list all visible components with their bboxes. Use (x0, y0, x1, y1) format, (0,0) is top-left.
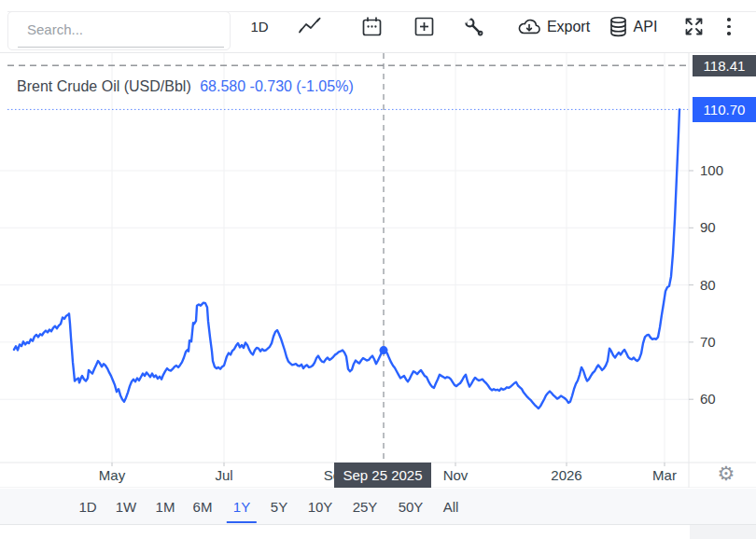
range-button-50y[interactable]: 50Y (389, 489, 433, 524)
range-button-label: 1D (72, 491, 103, 523)
x-axis-label: Nov (443, 467, 469, 483)
api-button[interactable]: API (607, 0, 659, 53)
more-menu-button[interactable] (717, 0, 741, 53)
tools-wrench-icon (463, 16, 485, 38)
range-button-label: 10Y (301, 491, 340, 523)
y-axis-label: 100 (700, 162, 723, 178)
export-label: Export (547, 19, 590, 35)
search-box (7, 11, 231, 50)
search-input[interactable] (18, 12, 224, 48)
date-range-button[interactable] (353, 0, 390, 53)
y-axis-label: 90 (700, 219, 716, 235)
api-label: API (634, 19, 658, 35)
range-button-10y[interactable]: 10Y (299, 489, 343, 524)
fullscreen-icon (683, 16, 705, 37)
price-chart-plot[interactable] (0, 53, 756, 488)
x-axis-label: Mar (652, 467, 677, 483)
range-button-1m[interactable]: 1M (147, 489, 185, 524)
chart-title: Brent Crude Oil (USD/Bbl) 68.580 -0.730 … (17, 78, 354, 95)
range-button-label: All (437, 491, 466, 523)
calendar-icon (361, 16, 383, 38)
range-button-label: 6M (187, 491, 219, 523)
settings-gear-icon[interactable]: ⚙ (713, 461, 739, 487)
api-database-icon (609, 16, 628, 38)
range-button-1d[interactable]: 1D (69, 489, 105, 524)
y-axis-label: 70 (700, 334, 716, 350)
fullscreen-button[interactable] (676, 0, 711, 53)
latest-price-badge: 110.70 (693, 97, 756, 122)
instrument-quote: 68.580 -0.730 (-1.05%) (200, 78, 354, 94)
chart-type-button[interactable] (291, 0, 329, 53)
interval-label: 1D (250, 19, 268, 35)
trading-chart-widget: 1D (0, 0, 756, 539)
range-button-label: 1M (149, 491, 182, 523)
range-button-all[interactable]: All (434, 489, 469, 524)
compare-add-button[interactable] (405, 0, 442, 53)
instrument-name: Brent Crude Oil (USD/Bbl) (17, 78, 191, 94)
range-button-5y[interactable]: 5Y (261, 489, 297, 524)
range-button-label: 25Y (346, 491, 385, 523)
interval-button[interactable]: 1D (241, 0, 278, 53)
range-button-6m[interactable]: 6M (184, 489, 222, 524)
range-button-label: 1Y (227, 491, 257, 523)
y-axis-label: 60 (700, 391, 716, 407)
range-button-label: 1W (109, 491, 144, 523)
export-cloud-icon (517, 17, 541, 37)
all-time-high-badge: 118.41 (693, 55, 756, 76)
range-button-1y[interactable]: 1Y (224, 489, 259, 524)
x-axis-label: 2026 (551, 467, 581, 483)
x-axis-label: May (99, 467, 125, 483)
y-axis-label: 80 (700, 277, 716, 293)
export-button[interactable]: Export (513, 0, 594, 53)
toolbar: 1D (0, 0, 756, 53)
crosshair-date-tooltip: Sep 25 2025 (334, 463, 431, 488)
range-button-25y[interactable]: 25Y (343, 489, 387, 524)
crosshair-marker (380, 346, 388, 354)
x-axis-label: Jul (215, 467, 232, 483)
range-button-1w[interactable]: 1W (106, 489, 147, 524)
line-chart-icon (299, 17, 321, 37)
range-button-label: 5Y (264, 491, 294, 523)
more-menu-icon (727, 18, 731, 35)
range-selector-bar: 1D1W1M6M1Y5Y10Y25Y50YAll (0, 489, 756, 525)
tools-button[interactable] (455, 0, 493, 53)
compare-plus-icon (413, 16, 435, 37)
price-line (14, 109, 679, 408)
range-button-label: 50Y (392, 491, 430, 523)
